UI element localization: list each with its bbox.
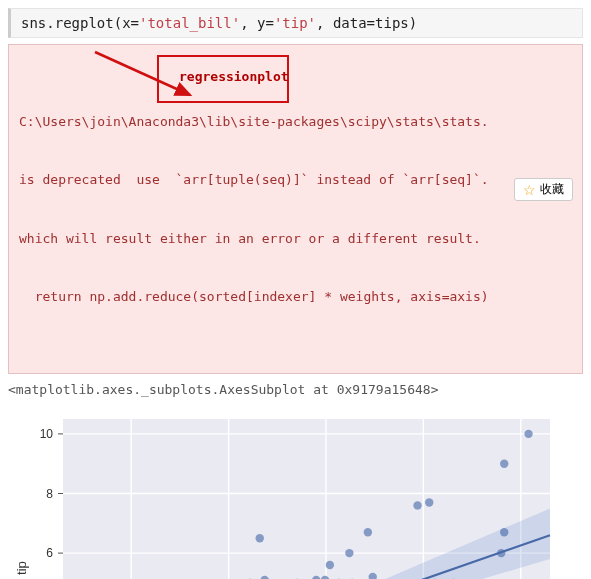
code-sep2: , data=tips) (316, 15, 417, 31)
star-icon: ☆ (523, 182, 536, 198)
y-axis-label: tip (14, 561, 29, 575)
warning-line-1: C:\Users\join\Anaconda3\lib\site-package… (19, 112, 572, 132)
y-tick-label: 6 (46, 546, 53, 560)
svg-line-0 (95, 52, 190, 95)
data-point (326, 561, 334, 569)
chart-container: 1020304050246810total_billtip (8, 405, 568, 579)
output-repr: <matplotlib.axes._subplots.AxesSubplot a… (8, 382, 583, 397)
code-arg2: 'tip' (274, 15, 316, 31)
favorite-button[interactable]: ☆ 收藏 (514, 178, 573, 201)
code-arg1: 'total_bill' (139, 15, 240, 31)
data-point (425, 498, 433, 506)
code-prefix: sns.regplot(x= (21, 15, 139, 31)
annotation-box (157, 55, 289, 103)
data-point (364, 528, 372, 536)
warning-line-2: is deprecated use `arr[tuple(seq)]` inst… (19, 170, 572, 190)
regplot-chart: 1020304050246810total_billtip (8, 405, 568, 579)
data-point (500, 528, 508, 536)
favorite-label: 收藏 (540, 181, 564, 198)
y-tick-label: 10 (40, 427, 54, 441)
data-point (524, 430, 532, 438)
annotation-label: regressionplot (179, 67, 289, 87)
warning-line-3: which will result either in an error or … (19, 229, 572, 249)
code-sep1: , y= (240, 15, 274, 31)
data-point (413, 501, 421, 509)
data-point (500, 460, 508, 468)
code-cell: sns.regplot(x='total_bill', y='tip', dat… (8, 8, 583, 38)
data-point (256, 534, 264, 542)
data-point (497, 549, 505, 557)
y-tick-label: 8 (46, 487, 53, 501)
warning-line-4: return np.add.reduce(sorted[indexer] * w… (19, 287, 572, 307)
warning-cell: C:\Users\join\Anaconda3\lib\site-package… (8, 44, 583, 374)
data-point (345, 549, 353, 557)
